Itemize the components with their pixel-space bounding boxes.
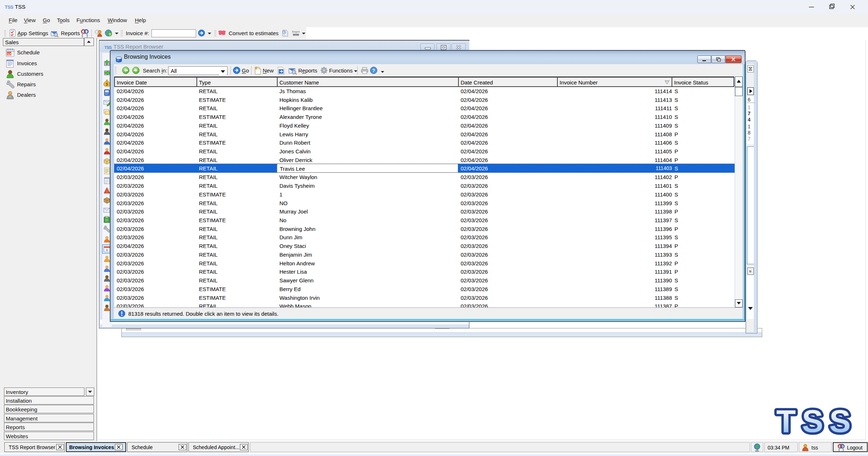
svg-text:12: 12 (7, 52, 11, 56)
svg-text:1: 1 (106, 248, 108, 252)
svg-text:TSS: TSS (776, 403, 857, 439)
svg-text:₩₩: ₩₩ (293, 33, 299, 37)
svg-text:¤: ¤ (749, 269, 751, 273)
svg-text:?: ? (109, 33, 111, 36)
svg-text:$: $ (106, 82, 108, 86)
svg-text:?: ? (372, 68, 375, 73)
